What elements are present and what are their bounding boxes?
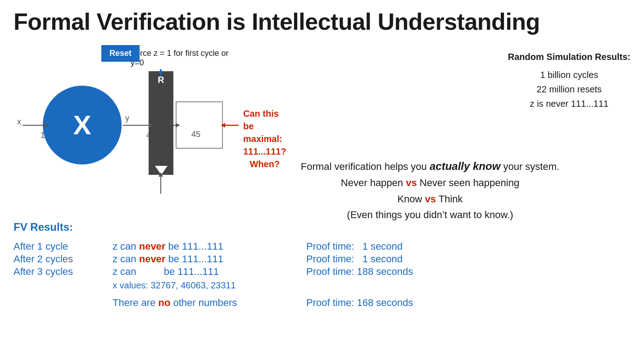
- fv-results-title: FV Results:: [14, 221, 630, 233]
- x-values-row: x values: 32767, 46063, 23311: [14, 280, 630, 291]
- sim-line1: 1 billion cycles: [508, 68, 630, 82]
- no-other-proof-value: 168 seconds: [357, 297, 413, 308]
- fv-think: Think: [436, 193, 463, 205]
- no-other-pre: There are: [113, 297, 159, 308]
- z-label: z: [169, 116, 174, 127]
- fv-desc-post: your system.: [500, 161, 559, 172]
- page-title: Formal Verification is Intellectual Unde…: [0, 0, 644, 40]
- fv-result-2: z can never be 111...111: [113, 253, 306, 265]
- fv-proof2-value: 1 second: [363, 253, 403, 265]
- no-other-text: There are no other numbers: [113, 297, 306, 309]
- x-values: x values: 32767, 46063, 23311: [113, 280, 236, 291]
- fv-row-1: After 1 cycle z can never be 111...111 P…: [14, 241, 630, 252]
- diagram-section: Reset Force z = 1 for first cycle or y=0…: [14, 41, 239, 230]
- fv-desc-line3: Know vs Think: [230, 191, 630, 207]
- fv-proof1-value: 1 second: [363, 241, 403, 252]
- fv-vs-1: vs: [406, 177, 417, 188]
- simulation-results: Random Simulation Results: 1 billion cyc…: [508, 52, 630, 111]
- circuit-x-label: X: [73, 110, 91, 141]
- no-other-post: other numbers: [170, 297, 237, 308]
- fv-r1-post: be 111...111: [165, 241, 223, 252]
- z-output-box: [176, 101, 223, 149]
- fv-proof3-value: 188 seconds: [357, 266, 413, 277]
- register-label: R: [158, 75, 164, 85]
- sim-line3: z is never 111...111: [508, 96, 630, 111]
- fv-result-1: z can never be 111...111: [113, 241, 306, 252]
- sim-title: Random Simulation Results:: [508, 52, 630, 62]
- fv-proof-1: Proof time: 1 second: [306, 241, 403, 252]
- fv-know: Know: [397, 193, 425, 205]
- fv-r1-pre: z can: [113, 241, 139, 252]
- fv-r2-pre: z can: [113, 253, 139, 265]
- sim-line2: 22 million resets: [508, 82, 630, 96]
- fv-row-3: After 3 cycles z can be 111...111 Proof …: [14, 266, 630, 278]
- no-other-red: no: [159, 297, 171, 308]
- fv-r2-never: never: [139, 253, 166, 265]
- fv-cycle-1: After 1 cycle: [14, 241, 113, 252]
- no-other-proof-label: Proof time:: [306, 297, 354, 308]
- fv-row-2: After 2 cycles z can never be 111...111 …: [14, 253, 630, 265]
- fv-r1-never: never: [139, 241, 166, 252]
- z-value: 45: [191, 130, 200, 139]
- fv-r2-post: be 111...111: [165, 253, 223, 265]
- maximal-line1: Can this be maximal: 111...111?: [243, 107, 286, 158]
- fv-vs-2: vs: [425, 193, 436, 205]
- y-label: y: [125, 114, 129, 123]
- register-triangle: [155, 166, 168, 175]
- fv-never-seen: Never seen happening: [417, 177, 520, 188]
- fv-desc-pre: Formal verification helps you: [301, 161, 430, 172]
- no-other-row: There are no other numbers Proof time: 1…: [14, 297, 630, 309]
- fv-cycle-3: After 3 cycles: [14, 266, 113, 278]
- fv-desc-line4: (Even things you didn’t want to know.): [230, 207, 630, 223]
- fv-desc-line2: Never happen vs Never seen happening: [230, 175, 630, 191]
- fv-proof2-label: Proof time:: [306, 253, 354, 265]
- fv-proof-2: Proof time: 1 second: [306, 253, 403, 265]
- no-other-proof: Proof time: 168 seconds: [306, 297, 413, 309]
- fv-proof1-label: Proof time:: [306, 241, 354, 252]
- fv-proof-3: Proof time: 188 seconds: [306, 266, 413, 278]
- fv-desc-emphasis: actually know: [430, 160, 500, 172]
- fv-result-3: z can be 111...111: [113, 266, 306, 278]
- circuit-block-x: X: [43, 86, 122, 164]
- fv-cycle-2: After 2 cycles: [14, 253, 113, 265]
- x-input-label: x: [17, 117, 21, 127]
- fv-results-section: FV Results: After 1 cycle z can never be…: [14, 221, 630, 309]
- reset-button[interactable]: Reset: [101, 45, 140, 62]
- fv-description: Formal verification helps you actually k…: [230, 158, 630, 223]
- force-label: Force z = 1 for first cycle or y=0: [131, 49, 239, 68]
- fv-proof3-label: Proof time:: [306, 266, 354, 277]
- fv-desc-line1: Formal verification helps you actually k…: [230, 158, 630, 175]
- fv-never-happen: Never happen: [341, 177, 406, 188]
